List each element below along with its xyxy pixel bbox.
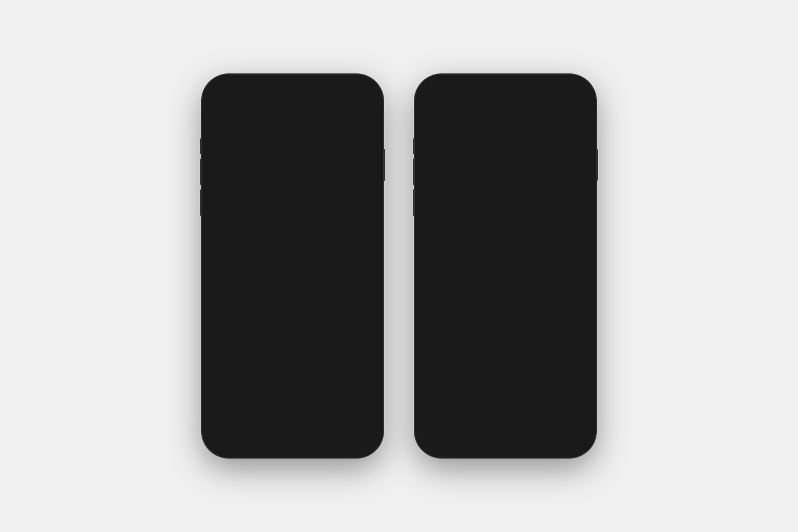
none-checkbox[interactable] — [431, 353, 442, 364]
svg-rect-24 — [553, 213, 561, 219]
svg-rect-32 — [501, 264, 510, 266]
drink-mix-label: Drink mix or squash — [432, 280, 475, 294]
beverage-fruit-juices[interactable]: Fruit juices — [532, 197, 583, 245]
svg-rect-43 — [448, 312, 451, 314]
hot-chocolate-label: Hot chocolate — [489, 232, 521, 239]
beverage-drink-mix[interactable]: Drink mix or squash — [428, 246, 479, 298]
volume-up-button-2 — [413, 159, 415, 185]
status-bar-2: 0% — [420, 80, 591, 107]
beverage-coffee[interactable]: Coffee — [532, 148, 583, 196]
arrow-down-icon — [223, 257, 255, 284]
beverage-energy[interactable]: Energy or sports drinks — [532, 246, 583, 298]
beverage-content: Which of these beverages did you drink y… — [420, 107, 591, 420]
svg-rect-18 — [504, 213, 509, 217]
beverage-carbonated[interactable]: Carbonated soft drinks — [480, 246, 530, 298]
coffee-label: Coffee — [550, 183, 565, 190]
svg-point-47 — [460, 314, 464, 318]
jeans-image — [207, 107, 378, 203]
tap-water-icon — [441, 155, 467, 180]
mute-button — [200, 138, 202, 154]
svg-point-37 — [506, 271, 508, 272]
drink-mix-icon — [441, 252, 467, 277]
wine-label: Wine — [500, 335, 512, 342]
phone-1-screen: 0% — [207, 80, 378, 452]
tea-label: Tea — [450, 232, 458, 239]
jeans-svg — [223, 110, 362, 201]
beverage-tea[interactable]: Tea — [428, 197, 479, 245]
option-lower[interactable]: The real priceis lower — [218, 257, 261, 304]
svg-point-30 — [455, 270, 456, 271]
phone-2-screen: 0% Which of these beverages did you drin… — [420, 80, 591, 452]
fruit-juices-label: Fruit juices — [544, 232, 570, 239]
beer-label: Beer or lager — [438, 335, 469, 342]
option-higher[interactable]: The real price ishigher — [325, 257, 367, 304]
svg-rect-6 — [450, 160, 458, 163]
status-bar-1: 0% — [207, 80, 378, 107]
wine-icon — [493, 306, 518, 332]
phone-2: 0% Which of these beverages did you drin… — [415, 74, 596, 458]
svg-rect-3 — [278, 263, 307, 270]
progress-label-1: 0% — [218, 97, 227, 104]
option-lower-label: The real priceis lower — [221, 288, 257, 304]
svg-rect-4 — [278, 273, 307, 280]
svg-point-28 — [451, 269, 453, 270]
equals-icon — [277, 257, 309, 284]
question-section: If we told you that these jeans were pri… — [207, 203, 378, 251]
option-correct[interactable]: I predict this isthe correct price — [271, 257, 314, 304]
bottled-water-label: Bottled water — [490, 183, 521, 190]
none-label: None of these — [447, 354, 491, 362]
svg-rect-12 — [550, 163, 564, 166]
beverage-hot-chocolate[interactable]: Hot chocolate — [480, 197, 530, 245]
price-value: $50 — [256, 225, 270, 234]
beverage-tap-water[interactable]: Tap water — [428, 148, 479, 196]
svg-point-36 — [505, 268, 506, 269]
hot-chocolate-icon — [493, 204, 518, 229]
svg-point-29 — [454, 267, 455, 268]
phone-1: 0% — [202, 74, 383, 458]
svg-point-52 — [558, 316, 559, 318]
beverage-beer[interactable]: Beer or lager — [428, 300, 479, 347]
bottom-bar-1 — [207, 420, 378, 452]
svg-rect-15 — [451, 207, 455, 211]
volume-down-button-2 — [413, 189, 415, 216]
beverage-wine[interactable]: Wine — [480, 300, 530, 347]
option-higher-label: The real price ishigher — [325, 288, 367, 304]
question-text: If we told you that these jeans were pri… — [218, 212, 367, 236]
none-of-these-row[interactable]: None of these — [428, 348, 583, 370]
left-side-buttons — [200, 138, 202, 216]
bottled-water-icon — [493, 155, 518, 180]
question-subtext: What would you think? — [218, 238, 367, 246]
svg-point-53 — [559, 310, 563, 314]
coffee-icon — [544, 155, 570, 180]
spirits-icon — [544, 306, 570, 332]
question-prefix: If we told you that these jeans were pri… — [218, 213, 361, 234]
mute-button-2 — [413, 138, 415, 154]
svg-rect-8 — [447, 161, 450, 163]
beverage-bottled-water[interactable]: Bottled water — [480, 148, 530, 196]
volume-up-button — [200, 159, 202, 185]
option-correct-label: I predict this isthe correct price — [272, 288, 314, 304]
tea-icon — [441, 204, 467, 229]
carbonated-label: Carbonated soft drinks — [484, 280, 527, 294]
svg-point-13 — [444, 225, 461, 228]
left-side-buttons-2 — [413, 138, 415, 216]
spirits-label: Spirits — [550, 335, 564, 342]
beer-icon — [441, 306, 467, 332]
svg-point-16 — [451, 219, 455, 223]
price-options-row: The real priceis lower I predict this is… — [207, 251, 378, 310]
energy-label: Energy or sports drinks — [536, 280, 579, 294]
arrow-up-icon — [330, 257, 362, 284]
energy-icon — [544, 252, 570, 277]
svg-marker-2 — [225, 258, 254, 284]
svg-point-51 — [555, 314, 557, 317]
screen-content-2: Which of these beverages did you drink y… — [420, 107, 591, 420]
svg-point-35 — [502, 270, 504, 272]
screen-content-1: If we told you that these jeans were pri… — [207, 107, 378, 420]
bottom-bar-2 — [420, 420, 591, 452]
beverage-spirits[interactable]: Spirits — [532, 300, 583, 347]
carbonated-icon — [493, 252, 518, 277]
beverage-grid: Tap water Bottled water — [428, 147, 583, 348]
tap-water-label: Tap water — [442, 183, 465, 190]
fruit-juices-icon — [544, 204, 570, 229]
phone1-main-content: If we told you that these jeans were pri… — [207, 107, 378, 420]
